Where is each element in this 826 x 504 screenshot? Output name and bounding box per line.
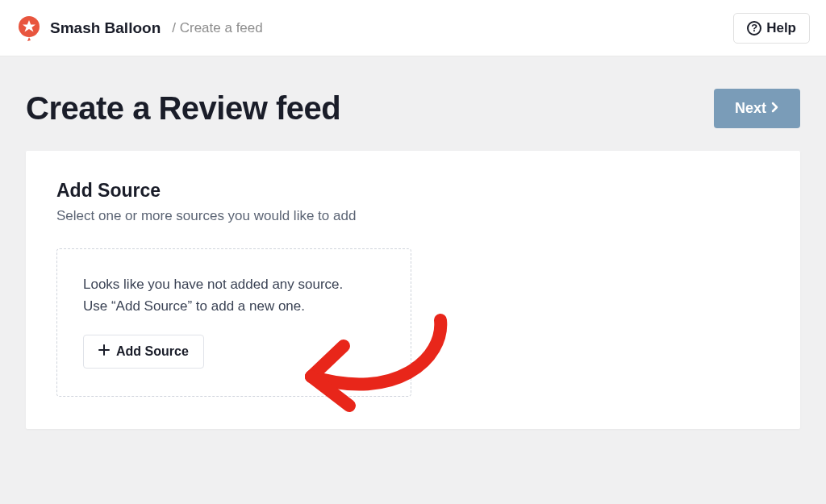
top-bar: Smash Balloon / Create a feed ? Help <box>0 0 826 56</box>
plus-icon <box>98 344 110 360</box>
help-label: Help <box>766 20 796 36</box>
help-button[interactable]: ? Help <box>733 13 810 44</box>
page-header: Create a Review feed Next <box>26 89 800 128</box>
content-area: Create a Review feed Next Add Source Sel… <box>0 56 826 429</box>
card-subtitle: Select one or more sources you would lik… <box>56 208 770 224</box>
empty-state-text: Looks like you have not added any source… <box>83 273 385 317</box>
help-icon: ? <box>747 21 761 35</box>
empty-line-2: Use “Add Source” to add a new one. <box>83 295 385 317</box>
page-title: Create a Review feed <box>26 90 340 127</box>
add-source-card: Add Source Select one or more sources yo… <box>26 151 800 429</box>
add-source-label: Add Source <box>116 344 189 359</box>
next-button[interactable]: Next <box>714 89 800 128</box>
chevron-right-icon <box>771 100 779 117</box>
next-label: Next <box>735 100 766 117</box>
empty-source-box: Looks like you have not added any source… <box>56 248 411 397</box>
breadcrumb-separator: / <box>172 20 176 35</box>
breadcrumb-label: Create a feed <box>180 20 263 35</box>
empty-line-1: Looks like you have not added any source… <box>83 273 385 295</box>
breadcrumb: / Create a feed <box>172 20 262 36</box>
card-title: Add Source <box>56 180 770 202</box>
smash-balloon-logo-icon <box>16 15 42 41</box>
brand-area: Smash Balloon / Create a feed <box>16 15 263 41</box>
add-source-button[interactable]: Add Source <box>83 335 204 369</box>
brand-name: Smash Balloon <box>50 19 161 37</box>
